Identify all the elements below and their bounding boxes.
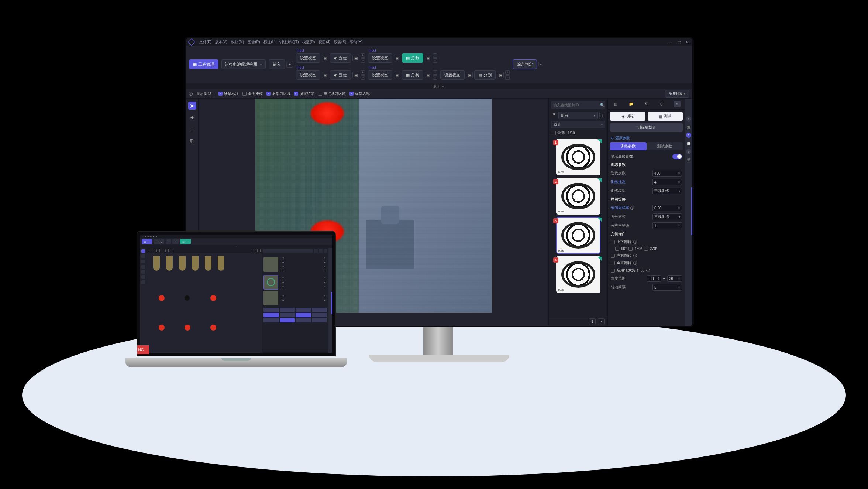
tag-list-button[interactable]: 标签列表 ▾ (665, 90, 689, 98)
laptop-tool-icon[interactable] (141, 265, 145, 269)
setview-icon-2[interactable]: ▣ (322, 72, 328, 78)
split-mode-select[interactable]: 常规训练▾ (652, 213, 682, 220)
menu-train[interactable]: 训练测试(T) (279, 40, 299, 45)
setview-button[interactable]: 设置视图 (296, 53, 320, 63)
model-select[interactable]: 常规训练▾ (652, 188, 682, 194)
laptop-icon[interactable] (314, 249, 318, 253)
node-add-top[interactable]: + (361, 53, 365, 58)
laptop-filter-icon[interactable] (156, 249, 160, 252)
laptop-tool-icon[interactable] (141, 254, 145, 258)
node-add-2[interactable]: + (361, 70, 365, 75)
menu-model[interactable]: 模型(D) (302, 40, 315, 45)
menu-help[interactable]: 帮助(H) (350, 40, 362, 45)
angle-max-input[interactable]: 36▲▼ (667, 275, 682, 282)
laptop-thumb[interactable] (264, 275, 278, 290)
menu-settings[interactable]: 设置(S) (334, 40, 346, 45)
setview-button-5[interactable]: 设置视图 (440, 70, 465, 80)
maximize-icon[interactable]: ▢ (677, 40, 681, 44)
search-icon[interactable]: 🔍 (600, 103, 604, 107)
thumbnail-item[interactable]: 2 0.89 (556, 178, 600, 215)
menu-image[interactable]: 图像(P) (248, 40, 260, 45)
node-remove-4[interactable]: − (433, 75, 437, 80)
node-add-3[interactable]: + (433, 53, 437, 58)
folder-icon[interactable]: 📁 (628, 101, 634, 107)
laptop-filter-icon[interactable] (165, 249, 169, 252)
resolution-input[interactable]: 1▲▼ (652, 222, 682, 229)
iterations-input[interactable]: 400▲▼ (652, 170, 682, 177)
cb-nolearn[interactable]: ✓ (266, 92, 271, 96)
input-button[interactable]: 输入 (269, 59, 285, 69)
laptop-tool-icon[interactable] (141, 260, 145, 263)
search-input[interactable] (553, 103, 600, 107)
node-remove-3[interactable]: − (433, 58, 437, 63)
setview-icon-3[interactable]: ▣ (394, 55, 400, 61)
cb-result[interactable]: ✓ (294, 92, 298, 96)
menu-version[interactable]: 版本(V) (215, 40, 227, 45)
tool-pointer-icon[interactable]: ➤ (188, 102, 196, 110)
locate-button[interactable]: ⊕ 定位 (330, 53, 351, 63)
thumbnail-item[interactable]: 1 0.89 (556, 139, 600, 175)
classify-button[interactable]: ▦ 分类 (402, 70, 423, 80)
star-filter-icon[interactable]: ★ (551, 112, 557, 119)
laptop-thumb[interactable] (264, 291, 278, 305)
locate-out-icon-2[interactable]: ▣ (352, 72, 359, 78)
overall-remove[interactable]: − (538, 62, 543, 66)
laptop-filter-icon[interactable] (152, 249, 155, 252)
test-button[interactable]: ▦ 测试 (648, 112, 683, 121)
close-icon[interactable]: ✕ (685, 40, 689, 44)
segment-button-2[interactable]: ▤ 分割 (474, 70, 496, 80)
overall-button[interactable]: 综合判定 (513, 59, 537, 69)
filter-add-button[interactable]: + (599, 112, 605, 119)
laptop-tool-icon[interactable] (141, 249, 145, 253)
laptop-filter-icon[interactable] (161, 249, 164, 252)
laptop-icon[interactable] (319, 249, 323, 253)
thumbnail-item[interactable]: 4 0.79 (556, 256, 600, 293)
laptop-filter-icon[interactable] (257, 249, 261, 252)
rnav-item-eval[interactable]: 3评估 (686, 146, 691, 158)
cb-rot90[interactable] (615, 247, 619, 251)
segment-out-icon-2[interactable]: ▣ (497, 72, 504, 78)
setview-button-2[interactable]: 设置视图 (296, 70, 320, 80)
sort-score-select[interactable]: 得分▾ (551, 121, 605, 128)
laptop-thumb[interactable] (264, 257, 278, 272)
info-icon[interactable]: i (646, 269, 650, 272)
minimize-icon[interactable]: ─ (669, 40, 673, 44)
tool-rect-icon[interactable]: ▭ (188, 125, 196, 133)
setview-button-4[interactable]: 设置视图 (368, 70, 392, 80)
locate-button-2[interactable]: ⊕ 定位 (330, 70, 351, 80)
angle-min-input[interactable]: -36▲▼ (647, 275, 661, 282)
info-icon[interactable]: i (633, 254, 637, 257)
laptop-dropdown[interactable]: •••••• ▾ (154, 239, 164, 244)
menu-view[interactable]: 视图(J) (318, 40, 330, 45)
node-remove-top[interactable]: − (361, 58, 365, 63)
menu-label[interactable]: 标注(L) (264, 40, 275, 45)
laptop-icon[interactable] (324, 249, 327, 253)
train-button[interactable]: ◉ 训练 (610, 112, 645, 121)
segment-out-icon[interactable]: ▣ (425, 55, 431, 61)
cb-defect[interactable]: ✓ (218, 92, 223, 96)
info-icon[interactable]: i (633, 261, 637, 265)
cube-icon[interactable]: ⬡ (658, 101, 665, 107)
node-remove-2[interactable]: − (361, 75, 365, 80)
sample-rate-input[interactable]: 0.20▲▼ (652, 205, 682, 211)
tool-wand-icon[interactable]: ✦ (188, 113, 196, 122)
adv-params-toggle[interactable] (672, 154, 682, 159)
segment-button[interactable]: ▤ 分割 (402, 53, 423, 63)
laptop-key[interactable] (264, 308, 279, 312)
laptop-tool-icon[interactable] (141, 275, 145, 279)
pipeline-expander[interactable]: 展 开 ⌄ (186, 83, 692, 89)
restore-params-link[interactable]: ↻ 还原参数 (608, 134, 685, 142)
tool-layers-icon[interactable]: ⧉ (188, 137, 196, 145)
cb-mask[interactable] (242, 92, 247, 96)
project-select[interactable]: 纽扣电池露焊检测▾ (221, 59, 266, 69)
node-add-5[interactable]: + (505, 70, 510, 75)
chevron-right-icon[interactable]: » (674, 101, 681, 107)
page-number[interactable]: 1 (589, 318, 596, 325)
laptop-segment-node[interactable]: ▤ •• •• (180, 239, 191, 244)
laptop-input-node[interactable]: • (166, 239, 171, 244)
laptop-project-button[interactable]: ▦ •••• (142, 239, 152, 244)
thumbnail-item[interactable]: 3 0.86 (556, 217, 600, 254)
setview-icon[interactable]: ▣ (322, 55, 328, 61)
info-icon[interactable]: i (633, 240, 637, 244)
project-mgmt-button[interactable]: ▦ 工程管理 (189, 59, 218, 69)
